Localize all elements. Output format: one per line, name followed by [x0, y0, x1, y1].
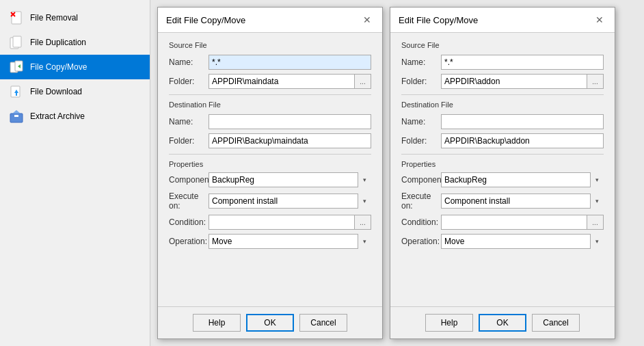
dialog-2-source-name-input[interactable]: [441, 55, 604, 70]
dialog-2-source-folder-wrap: ...: [441, 74, 604, 89]
dialog-1-source-name-wrap: [209, 55, 371, 70]
dialog-1: Edit File Copy/Move ✕ Source File Name: …: [157, 7, 383, 339]
extract-archive-icon: [8, 108, 25, 124]
svg-rect-4: [13, 36, 21, 47]
dialog-1-dest-name-label: Name:: [169, 117, 209, 127]
dialog-1-execute-on-select-wrap: Component install ▾: [209, 194, 371, 209]
sidebar-item-file-removal[interactable]: File Removal: [0, 5, 150, 30]
dialog-2-execute-on-label: Execute on:: [401, 191, 441, 211]
dialog-1-close-button[interactable]: ✕: [360, 13, 374, 27]
dialog-1-footer: Help OK Cancel: [158, 306, 382, 338]
dialog-1-condition-wrap: ...: [209, 215, 371, 230]
dialog-2-help-button[interactable]: Help: [425, 314, 473, 332]
dialog-1-source-section-label: Source File: [169, 41, 371, 49]
dialog-2-execute-on-group: Execute on: Component install ▾: [401, 191, 604, 211]
sidebar-item-file-removal-label: File Removal: [30, 13, 78, 23]
dialog-2-operation-group: Operation: Move ▾: [401, 234, 604, 249]
dialog-2-operation-select[interactable]: Move: [441, 234, 604, 249]
dialog-1-ok-button[interactable]: OK: [246, 314, 294, 332]
sidebar-item-file-download-label: File Download: [30, 87, 82, 96]
dialog-1-cancel-button[interactable]: Cancel: [299, 314, 347, 332]
dialog-2-dest-name-input[interactable]: [441, 114, 604, 129]
dialog-1-component-group: Component: BackupReg ▾: [169, 172, 371, 187]
dialog-2-footer: Help OK Cancel: [390, 306, 615, 338]
sidebar-item-extract-archive-label: Extract Archive: [30, 111, 85, 121]
file-download-icon: [8, 83, 25, 100]
dialog-2-execute-on-select-wrap: Component install ▾: [441, 194, 604, 209]
dialog-1-dest-name-wrap: [209, 114, 371, 129]
dialog-1-dest-folder-input[interactable]: [209, 133, 371, 148]
dialog-2-condition-input[interactable]: [441, 215, 587, 230]
dialog-2-ok-button[interactable]: OK: [479, 314, 526, 332]
sidebar-item-file-duplication[interactable]: File Duplication: [0, 30, 150, 55]
dialog-2-condition-label: Condition:: [401, 217, 441, 227]
dialog-1-body: Source File Name: Folder: ... Destinatio…: [158, 33, 382, 306]
dialog-1-help-button[interactable]: Help: [193, 314, 241, 332]
dialog-1-condition-group: Condition: ...: [169, 215, 371, 230]
dialog-2-source-name-group: Name:: [401, 55, 604, 70]
dialog-1-dest-section-label: Destination File: [169, 101, 371, 109]
dialog-2-component-group: Component: BackupReg ▾: [401, 172, 604, 187]
svg-rect-13: [14, 115, 18, 117]
dialog-2-dest-folder-input[interactable]: [441, 133, 604, 148]
dialog-1-props-section-label: Properties: [169, 160, 371, 168]
dialog-1-source-name-group: Name:: [169, 55, 371, 70]
dialog-1-condition-browse-button[interactable]: ...: [355, 215, 371, 230]
dialog-1-operation-select-wrap: Move ▾: [209, 234, 371, 249]
dialog-1-component-select[interactable]: BackupReg: [209, 172, 371, 187]
dialog-2-component-select-wrap: BackupReg ▾: [441, 172, 604, 187]
sidebar-item-file-copy-move[interactable]: File Copy/Move: [0, 55, 150, 79]
dialog-1-operation-group: Operation: Move ▾: [169, 234, 371, 249]
main-content: Edit File Copy/Move ✕ Source File Name: …: [150, 0, 644, 346]
dialog-1-operation-select[interactable]: Move: [209, 234, 371, 249]
dialog-2-source-folder-label: Folder:: [401, 77, 441, 86]
dialog-2-source-name-label: Name:: [401, 57, 441, 67]
dialog-1-source-folder-group: Folder: ...: [169, 74, 371, 89]
dialog-1-source-folder-label: Folder:: [169, 77, 209, 86]
sidebar-item-file-duplication-label: File Duplication: [30, 38, 86, 47]
dialog-1-divider-1: [169, 94, 371, 95]
dialog-1-source-name-input[interactable]: [209, 55, 371, 70]
svg-rect-11: [10, 114, 23, 122]
dialog-1-condition-label: Condition:: [169, 217, 209, 227]
dialog-1-dest-folder-group: Folder:: [169, 133, 371, 148]
svg-marker-12: [12, 110, 21, 114]
dialog-2-dest-name-group: Name:: [401, 114, 604, 129]
dialog-2-body: Source File Name: Folder: ... Destinatio…: [390, 33, 615, 306]
dialog-1-dest-name-group: Name:: [169, 114, 371, 129]
dialog-1-component-label: Component:: [169, 175, 209, 185]
dialog-2-dest-name-wrap: [441, 114, 604, 129]
dialog-2-dest-name-label: Name:: [401, 117, 441, 127]
sidebar-item-extract-archive[interactable]: Extract Archive: [0, 104, 150, 129]
dialog-2-props-section-label: Properties: [401, 160, 604, 168]
dialog-1-execute-on-select[interactable]: Component install: [209, 194, 371, 209]
dialog-1-dest-folder-label: Folder:: [169, 136, 209, 146]
dialog-2-operation-label: Operation:: [401, 237, 441, 246]
dialog-2-title: Edit File Copy/Move: [399, 15, 478, 25]
dialog-2-condition-group: Condition: ...: [401, 215, 604, 230]
dialog-2-source-folder-input[interactable]: [441, 74, 587, 89]
dialog-1-source-folder-input[interactable]: [209, 74, 355, 89]
file-copy-icon: [8, 59, 25, 75]
dialog-2-operation-select-wrap: Move ▾: [441, 234, 604, 249]
dialog-1-dest-name-input[interactable]: [209, 114, 371, 129]
dialog-1-source-folder-wrap: ...: [209, 74, 371, 89]
dialog-1-source-folder-browse-button[interactable]: ...: [355, 74, 371, 89]
dialog-1-condition-input[interactable]: [209, 215, 355, 230]
dialog-1-titlebar: Edit File Copy/Move ✕: [158, 8, 382, 33]
dialog-1-dest-folder-wrap: [209, 133, 371, 148]
dialog-2-condition-browse-button[interactable]: ...: [587, 215, 604, 230]
dialog-2-cancel-button[interactable]: Cancel: [532, 314, 580, 332]
dialog-2-component-select[interactable]: BackupReg: [441, 172, 604, 187]
dialog-1-operation-label: Operation:: [169, 237, 209, 246]
dialog-2-close-button[interactable]: ✕: [593, 13, 606, 27]
dialog-2-divider-1: [401, 94, 604, 95]
dialog-2-execute-on-select[interactable]: Component install: [441, 194, 604, 209]
dialog-2-source-folder-browse-button[interactable]: ...: [587, 74, 604, 89]
sidebar-item-file-copy-move-label: File Copy/Move: [30, 62, 87, 72]
dialog-1-divider-2: [169, 154, 371, 155]
dialog-2-dest-folder-group: Folder:: [401, 133, 604, 148]
dialog-2-condition-wrap: ...: [441, 215, 604, 230]
dialog-2-source-name-wrap: [441, 55, 604, 70]
sidebar-item-file-download[interactable]: File Download: [0, 79, 150, 104]
